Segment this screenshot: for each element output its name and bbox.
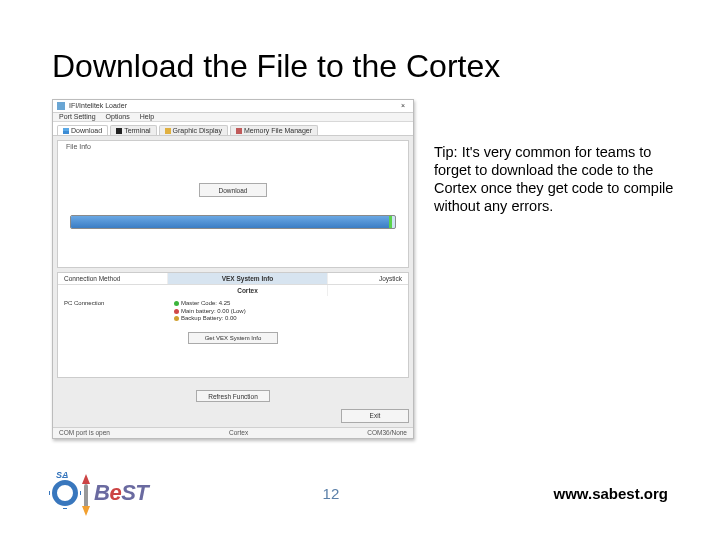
tab-memory-label: Memory File Manager (244, 127, 312, 134)
tab-terminal[interactable]: Terminal (110, 125, 156, 135)
tab-memory[interactable]: Memory File Manager (230, 125, 318, 135)
statusbar: COM port is open Cortex COM36/None (53, 427, 413, 438)
slide-footer: SA BeST 12 www.sabest.org (0, 470, 720, 516)
sys-joy-label: Joystick (328, 273, 408, 284)
terminal-icon (116, 128, 122, 134)
logo-gear: SA (52, 480, 78, 506)
logo-e: e (109, 480, 121, 505)
status-left: COM port is open (59, 429, 110, 436)
titlebar-left: IFI/Intelitek Loader (57, 102, 127, 110)
menu-help[interactable]: Help (140, 113, 154, 120)
get-sys-info-button[interactable]: Get VEX System Info (188, 332, 278, 344)
status-dot-yellow (174, 316, 179, 321)
system-info-panel: Connection Method VEX System Info Joysti… (57, 272, 409, 378)
logo-b: B (94, 480, 109, 505)
progress-bar (70, 215, 396, 229)
download-panel: File Info Download (57, 140, 409, 268)
tab-graph-label: Graphic Display (173, 127, 222, 134)
sys-master: Master Code: 4.25 (174, 300, 402, 307)
status-dot-red (174, 309, 179, 314)
sys-backup-text: Backup Battery: 0.00 (181, 315, 237, 321)
tab-graph[interactable]: Graphic Display (159, 125, 228, 135)
menu-port[interactable]: Port Setting (59, 113, 96, 120)
sys-battery: Main battery: 0.00 (Low) (174, 308, 402, 315)
slide: Download the File to the Cortex IFI/Inte… (0, 0, 720, 540)
download-icon (63, 128, 69, 134)
close-icon[interactable]: × (397, 102, 409, 109)
window-title: IFI/Intelitek Loader (69, 102, 127, 109)
logo-best: BeST (94, 480, 148, 506)
sys-pc: PC Connection (58, 296, 168, 326)
menubar: Port Setting Options Help (53, 113, 413, 123)
titlebar: IFI/Intelitek Loader × (53, 100, 413, 113)
logo: SA BeST (52, 470, 148, 516)
download-button[interactable]: Download (199, 183, 267, 197)
sys-backup: Backup Battery: 0.00 (174, 315, 402, 322)
tab-download[interactable]: Download (57, 125, 108, 135)
section-label: File Info (66, 143, 91, 150)
footer-url: www.sabest.org (554, 485, 668, 502)
rocket-icon (80, 470, 92, 516)
tabs: Download Terminal Graphic Display Memory… (53, 122, 413, 136)
sys-conn-label: Connection Method (58, 273, 168, 284)
sys-body: PC Connection Master Code: 4.25 Main bat… (58, 296, 408, 326)
tab-terminal-label: Terminal (124, 127, 150, 134)
sys-title: VEX System Info (168, 273, 328, 284)
app-window: IFI/Intelitek Loader × Port Setting Opti… (52, 99, 414, 439)
progress-fill (71, 216, 392, 228)
status-right: COM36/None (367, 429, 407, 436)
graph-icon (165, 128, 171, 134)
sys-subheader: Cortex (58, 285, 408, 296)
sys-status-list: Master Code: 4.25 Main battery: 0.00 (Lo… (168, 296, 408, 326)
tab-download-label: Download (71, 127, 102, 134)
content-row: IFI/Intelitek Loader × Port Setting Opti… (52, 99, 680, 439)
status-mid: Cortex (229, 429, 248, 436)
page-number: 12 (323, 485, 340, 502)
sys-battery-text: Main battery: 0.00 (Low) (181, 308, 246, 314)
status-dot-green (174, 301, 179, 306)
app-icon (57, 102, 65, 110)
menu-options[interactable]: Options (106, 113, 130, 120)
sys-cortex-label: Cortex (168, 285, 328, 296)
sys-master-text: Master Code: 4.25 (181, 300, 230, 306)
sys-header: Connection Method VEX System Info Joysti… (58, 273, 408, 285)
exit-button[interactable]: Exit (341, 409, 409, 423)
tip-text: Tip: It's very common for teams to forge… (434, 99, 680, 216)
gear-icon (52, 480, 78, 506)
slide-title: Download the File to the Cortex (52, 48, 680, 85)
footer-row: Exit (57, 406, 409, 423)
refresh-button[interactable]: Refresh Function (196, 390, 270, 401)
memory-icon (236, 128, 242, 134)
logo-st: ST (121, 480, 148, 505)
